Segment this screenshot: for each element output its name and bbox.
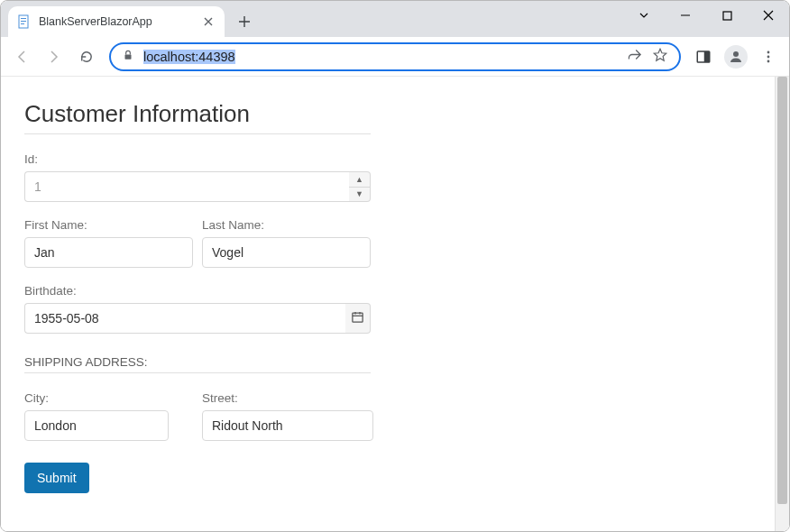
svg-point-8 — [733, 51, 739, 57]
street-input[interactable] — [202, 410, 373, 441]
calendar-button[interactable] — [345, 303, 371, 334]
svg-point-10 — [767, 55, 770, 58]
id-input[interactable] — [24, 171, 349, 202]
svg-rect-4 — [723, 12, 731, 20]
svg-rect-12 — [353, 313, 363, 322]
id-label: Id: — [24, 152, 789, 166]
side-panel-icon[interactable] — [688, 41, 719, 72]
forward-button[interactable] — [39, 41, 69, 72]
title-divider — [24, 133, 371, 134]
window-caret-down-icon[interactable] — [623, 1, 665, 30]
browser-tab[interactable]: BlankServerBlazorApp — [8, 6, 225, 37]
share-icon[interactable] — [628, 47, 643, 66]
last-name-label: Last Name: — [202, 218, 371, 232]
birthdate-label: Birthdate: — [24, 284, 789, 298]
scroll-thumb[interactable] — [777, 77, 787, 504]
street-label: Street: — [202, 391, 373, 405]
bookmark-icon[interactable] — [652, 47, 668, 67]
id-spin-editor: ▲ ▼ — [24, 171, 371, 202]
svg-rect-5 — [125, 54, 132, 59]
first-name-input[interactable] — [24, 237, 193, 268]
svg-rect-7 — [704, 51, 710, 62]
calendar-icon — [351, 310, 364, 327]
birthdate-editor — [24, 303, 371, 334]
svg-point-11 — [767, 60, 770, 62]
profile-avatar[interactable] — [721, 41, 751, 72]
spin-buttons: ▲ ▼ — [349, 171, 371, 202]
shipping-address-label: SHIPPING ADDRESS: — [24, 355, 789, 369]
first-name-label: First Name: — [24, 218, 193, 232]
birthdate-input[interactable] — [24, 303, 345, 334]
window-minimize-button[interactable] — [665, 1, 706, 30]
window-controls — [623, 1, 789, 30]
address-bar[interactable] — [109, 42, 681, 71]
page-title: Customer Information — [24, 100, 789, 128]
viewport: Customer Information Id: ▲ ▼ First Name: — [1, 77, 789, 531]
browser-window: BlankServerBlazorApp — [0, 0, 790, 532]
chrome-menu-button[interactable] — [753, 41, 784, 72]
url-input[interactable] — [142, 49, 620, 65]
reload-button[interactable] — [71, 41, 102, 72]
title-bar: BlankServerBlazorApp — [1, 1, 789, 37]
tab-close-icon[interactable] — [201, 14, 216, 29]
city-label: City: — [24, 391, 169, 405]
spin-down-button[interactable]: ▼ — [349, 187, 370, 202]
shipping-divider — [24, 372, 371, 373]
city-input[interactable] — [24, 410, 169, 441]
tab-title: BlankServerBlazorApp — [39, 15, 194, 28]
page-content: Customer Information Id: ▲ ▼ First Name: — [1, 77, 789, 493]
svg-point-9 — [767, 50, 770, 53]
omnibox-actions — [628, 47, 668, 67]
last-name-input[interactable] — [202, 237, 371, 268]
new-tab-button[interactable] — [232, 9, 257, 34]
svg-rect-3 — [21, 23, 24, 24]
lock-icon — [122, 49, 134, 65]
vertical-scrollbar[interactable] — [775, 77, 789, 531]
window-close-button[interactable] — [748, 1, 789, 30]
back-button[interactable] — [6, 41, 37, 72]
spin-up-button[interactable]: ▲ — [349, 172, 370, 187]
submit-button[interactable]: Submit — [24, 463, 89, 493]
svg-rect-2 — [21, 21, 26, 22]
toolbar — [1, 37, 789, 77]
tab-favicon — [17, 14, 32, 29]
svg-rect-1 — [21, 18, 26, 19]
window-maximize-button[interactable] — [706, 1, 748, 30]
